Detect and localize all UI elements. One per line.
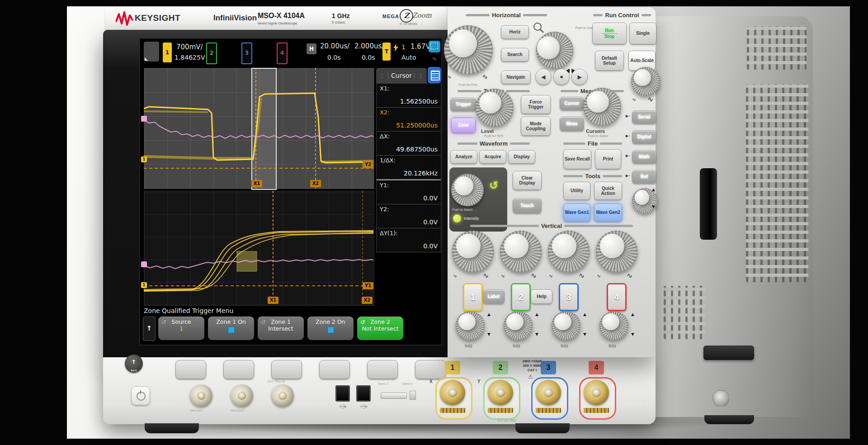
softkey-zone2-on[interactable]: Zone 2 On [307,317,354,340]
cursor-x1-flag-upper[interactable]: X1 [251,180,262,187]
display-button[interactable]: Display [508,150,535,164]
ch3-scale-knob[interactable] [548,231,590,272]
cursor-panel-tab[interactable]: ⋮⋮ Cursor ⋮⋮ [376,68,427,83]
rear-handle-bar[interactable] [700,168,717,240]
math-button[interactable]: Math [632,150,656,164]
timebase-zoom: 2.000us/ [354,42,384,50]
trigger-level-knob[interactable] [476,89,514,127]
search-button[interactable]: Search [501,48,529,62]
clear-display-button[interactable]: Clear Display [513,171,542,190]
wave-gen2-button[interactable]: Wave Gen2 [594,204,622,222]
softkey-source[interactable]: ↺ Source 1 [158,317,204,340]
nav-stop-button[interactable]: ■ [553,69,570,85]
softkey-button-4[interactable] [319,360,350,379]
help-button[interactable]: Help [531,289,552,304]
serial-button[interactable]: Serial [632,110,656,124]
utility-button[interactable]: Utility [563,182,590,200]
power-button[interactable] [131,386,150,405]
annotation-icon[interactable]: ∿ [429,54,440,63]
ch2-position-knob[interactable] [504,311,533,340]
zone-select-icon[interactable] [429,41,440,52]
side-latch[interactable] [703,346,754,360]
nav-prev-button[interactable]: ◀ [535,69,552,85]
ch2-scale-knob[interactable] [500,231,542,272]
ch2-status-tag[interactable]: 2 [206,43,217,64]
ch3-input-bnc[interactable] [536,380,561,405]
default-setup-button[interactable]: Default Setup [595,51,624,71]
cursor-x2-flag-lower[interactable]: X2 [362,297,373,304]
trigger-level: 1.67V [410,43,430,51]
softkey-button-2[interactable] [223,360,254,379]
cursor-y2-flag[interactable]: Y2 [363,161,373,168]
ch4-input-bnc[interactable] [584,380,609,405]
digital-button[interactable]: Digital [632,130,656,144]
cursors-knob[interactable] [583,88,621,126]
softkey-button-1[interactable] [175,360,206,379]
ch4-position-knob[interactable] [599,311,628,340]
ch4-scale-knob[interactable] [596,231,637,272]
panel-menu-button[interactable] [428,67,441,83]
trigger-button[interactable]: Trigger [450,98,476,111]
print-button[interactable]: Print [595,149,621,169]
softkey-zone1-on[interactable]: Zone 1 On [208,317,254,340]
sidebar-menu-button[interactable] [144,42,159,62]
nav-next-button[interactable]: ▶ [571,69,588,85]
ch2-button[interactable]: 2 [511,283,531,311]
up-arrow-icon: ▲ [535,312,538,317]
back-button[interactable]: ↑Back [125,355,143,373]
ch4-button[interactable]: 4 [607,283,627,311]
label-button[interactable]: Label [483,289,505,304]
ref-button[interactable]: Ref [632,170,656,184]
quick-action-button[interactable]: Quick Action [594,182,622,200]
ch3-status-tag[interactable]: 3 [241,43,252,64]
meas-button[interactable]: Meas [560,117,584,131]
ch1-input-bnc[interactable] [440,380,465,405]
save-recall-button[interactable]: Save Recall [563,149,591,169]
usb-port-2[interactable] [356,385,371,402]
ch1-impedance-label: 50Ω [465,344,472,348]
zoom-knob[interactable] [536,32,573,69]
horiz-button[interactable]: Horiz [501,25,529,39]
ext-trig-in-bnc[interactable] [271,384,294,407]
ch3-button[interactable]: 3 [559,283,579,311]
gen-out-1-bnc[interactable] [190,384,212,407]
pink-trace-marker-upper [141,116,147,122]
analyze-button[interactable]: Analyze [450,150,477,164]
bus-position-knob[interactable] [632,188,657,213]
ch3-position-knob[interactable] [552,311,580,340]
run-stop-button[interactable]: Run Stop [592,23,627,44]
single-button[interactable]: Single [629,23,656,44]
softkey-button-5[interactable] [367,360,398,379]
ch1-button[interactable]: 1 [463,283,483,311]
softkey-button-6[interactable] [415,360,446,379]
ch4-status-tag[interactable]: 4 [277,43,288,64]
demo-terminal[interactable] [381,393,407,399]
navigate-button[interactable]: Navigate [501,71,531,84]
gen-out-2-bnc[interactable] [231,384,253,407]
ch2-input-bnc[interactable] [488,380,513,405]
ground-terminal[interactable] [410,391,416,400]
touch-button[interactable]: Touch [513,198,542,213]
force-trigger-button[interactable]: Force Trigger [521,95,551,114]
entry-knob[interactable] [451,174,484,206]
cursor-y1-flag[interactable]: Y1 [363,282,373,289]
bus-scale-knob[interactable] [631,67,660,96]
wave-gen1-button[interactable]: Wave Gen1 [563,204,590,222]
menu-back-key[interactable]: ↑ [143,317,156,341]
zone-button[interactable]: Zone [451,118,476,133]
softkey-zone1-mode[interactable]: ↺ Zone 1 Intersect [258,317,304,340]
ch1-status-tag[interactable]: 1 [163,43,172,62]
mode-coupling-button[interactable]: Mode Coupling [521,117,551,136]
ch1-position-knob[interactable] [456,311,485,340]
ch1-scale-knob[interactable] [452,231,494,272]
cursor-x1-flag-lower[interactable]: X1 [268,297,278,304]
acquire-button[interactable]: Acquire [479,150,506,164]
cursor-row-x2[interactable]: X2:51.250000us [377,108,441,132]
usb-port-1[interactable] [335,385,350,402]
cursor-button[interactable]: Cursor [560,97,584,110]
cursor-x2-flag-upper[interactable]: X2 [310,180,321,187]
softkey-zone2-mode[interactable]: ↺ Zone 2 Not Intersect [357,317,403,340]
softkey-button-3[interactable] [271,360,302,379]
intensity-button[interactable] [453,214,461,222]
horizontal-scale-knob[interactable] [444,25,493,74]
